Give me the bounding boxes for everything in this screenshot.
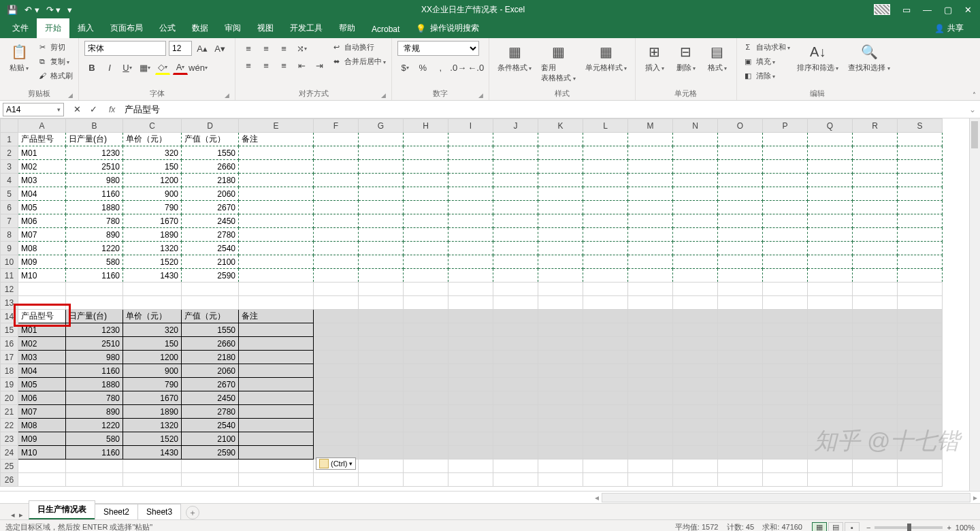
row-header-7[interactable]: 7: [1, 214, 18, 228]
cell-E1[interactable]: 备注: [239, 133, 314, 146]
cell-A11[interactable]: M10: [18, 269, 66, 283]
cell-F7[interactable]: [314, 214, 359, 228]
cell-C6[interactable]: 790: [123, 201, 182, 214]
tab-home[interactable]: 开始: [37, 18, 69, 38]
cell-L18[interactable]: [583, 364, 628, 378]
cell-A23[interactable]: M09: [18, 432, 66, 446]
cell-A17[interactable]: M03: [18, 351, 66, 364]
cell-L15[interactable]: [583, 323, 628, 337]
cell-C18[interactable]: 900: [123, 364, 182, 378]
cell-P12[interactable]: [763, 283, 808, 296]
cell-E3[interactable]: [239, 160, 314, 174]
cell-H18[interactable]: [404, 364, 448, 378]
cell-N15[interactable]: [673, 323, 718, 337]
cell-B5[interactable]: 1160: [66, 187, 123, 201]
cell-F23[interactable]: [314, 432, 359, 446]
cell-I12[interactable]: [448, 283, 493, 296]
align-bottom-icon[interactable]: ≡: [276, 41, 291, 56]
cell-E26[interactable]: [239, 473, 314, 487]
cell-N4[interactable]: [673, 174, 718, 187]
format-cells-button[interactable]: ▤格式: [704, 41, 731, 74]
cell-L2[interactable]: [583, 146, 628, 160]
cell-S9[interactable]: [898, 242, 943, 255]
cell-S18[interactable]: [898, 364, 943, 378]
cell-M10[interactable]: [628, 255, 673, 269]
cell-F18[interactable]: [314, 364, 359, 378]
cell-B2[interactable]: 1230: [66, 146, 123, 160]
col-header-P[interactable]: P: [763, 119, 808, 133]
share-button[interactable]: 👤共享: [928, 18, 970, 38]
cell-R2[interactable]: [853, 146, 898, 160]
cell-A19[interactable]: M05: [18, 378, 66, 391]
cell-R6[interactable]: [853, 201, 898, 214]
cell-F26[interactable]: [314, 473, 359, 487]
cell-D20[interactable]: 2450: [182, 391, 239, 405]
cell-B20[interactable]: 780: [66, 391, 123, 405]
copy-button[interactable]: ⧉复制: [37, 55, 73, 67]
cell-O20[interactable]: [718, 391, 763, 405]
cell-L6[interactable]: [583, 201, 628, 214]
cell-D25[interactable]: [182, 460, 239, 473]
cell-I10[interactable]: [448, 255, 493, 269]
cell-P15[interactable]: [763, 323, 808, 337]
font-size-combo[interactable]: [169, 41, 192, 56]
cell-B15[interactable]: 1230: [66, 323, 123, 337]
cell-N2[interactable]: [673, 146, 718, 160]
cell-S12[interactable]: [898, 283, 943, 296]
col-header-K[interactable]: K: [538, 119, 583, 133]
cell-N12[interactable]: [673, 283, 718, 296]
cell-G18[interactable]: [359, 364, 404, 378]
cell-A2[interactable]: M01: [18, 146, 66, 160]
cell-M15[interactable]: [628, 323, 673, 337]
cell-H15[interactable]: [404, 323, 448, 337]
cell-O19[interactable]: [718, 378, 763, 391]
cell-K13[interactable]: [538, 296, 583, 310]
cell-B12[interactable]: [66, 283, 123, 296]
cell-M23[interactable]: [628, 432, 673, 446]
cell-C20[interactable]: 1670: [123, 391, 182, 405]
row-header-4[interactable]: 4: [1, 174, 18, 187]
row-header-2[interactable]: 2: [1, 146, 18, 160]
cell-K7[interactable]: [538, 214, 583, 228]
cell-O6[interactable]: [718, 201, 763, 214]
cell-E2[interactable]: [239, 146, 314, 160]
cell-Q12[interactable]: [808, 283, 853, 296]
cell-P17[interactable]: [763, 351, 808, 364]
cell-G1[interactable]: [359, 133, 404, 146]
cell-Q3[interactable]: [808, 160, 853, 174]
cell-E25[interactable]: [239, 460, 314, 473]
cell-S20[interactable]: [898, 391, 943, 405]
cell-H16[interactable]: [404, 337, 448, 351]
cell-L25[interactable]: [583, 460, 628, 473]
cell-G2[interactable]: [359, 146, 404, 160]
cell-H5[interactable]: [404, 187, 448, 201]
cell-I7[interactable]: [448, 214, 493, 228]
row-header-13[interactable]: 13: [1, 296, 18, 310]
cell-I13[interactable]: [448, 296, 493, 310]
border-button[interactable]: ▦: [137, 60, 152, 75]
cell-I1[interactable]: [448, 133, 493, 146]
cell-G23[interactable]: [359, 432, 404, 446]
cell-L14[interactable]: [583, 310, 628, 323]
cell-L8[interactable]: [583, 228, 628, 242]
add-sheet-button[interactable]: ＋: [186, 506, 199, 519]
cell-N21[interactable]: [673, 405, 718, 419]
name-box[interactable]: A14▾: [3, 103, 64, 116]
cell-S4[interactable]: [898, 174, 943, 187]
cell-P26[interactable]: [763, 473, 808, 487]
cell-E9[interactable]: [239, 242, 314, 255]
increase-font-icon[interactable]: A▴: [195, 41, 210, 56]
row-header-24[interactable]: 24: [1, 446, 18, 460]
cell-L11[interactable]: [583, 269, 628, 283]
cut-button[interactable]: ✂剪切: [37, 41, 73, 53]
cell-Q25[interactable]: [808, 460, 853, 473]
cell-S17[interactable]: [898, 351, 943, 364]
cell-S2[interactable]: [898, 146, 943, 160]
cell-C3[interactable]: 150: [123, 160, 182, 174]
cell-H4[interactable]: [404, 174, 448, 187]
row-header-3[interactable]: 3: [1, 160, 18, 174]
cell-Q24[interactable]: [808, 446, 853, 460]
cell-H22[interactable]: [404, 419, 448, 432]
cell-R20[interactable]: [853, 391, 898, 405]
cell-A10[interactable]: M09: [18, 255, 66, 269]
